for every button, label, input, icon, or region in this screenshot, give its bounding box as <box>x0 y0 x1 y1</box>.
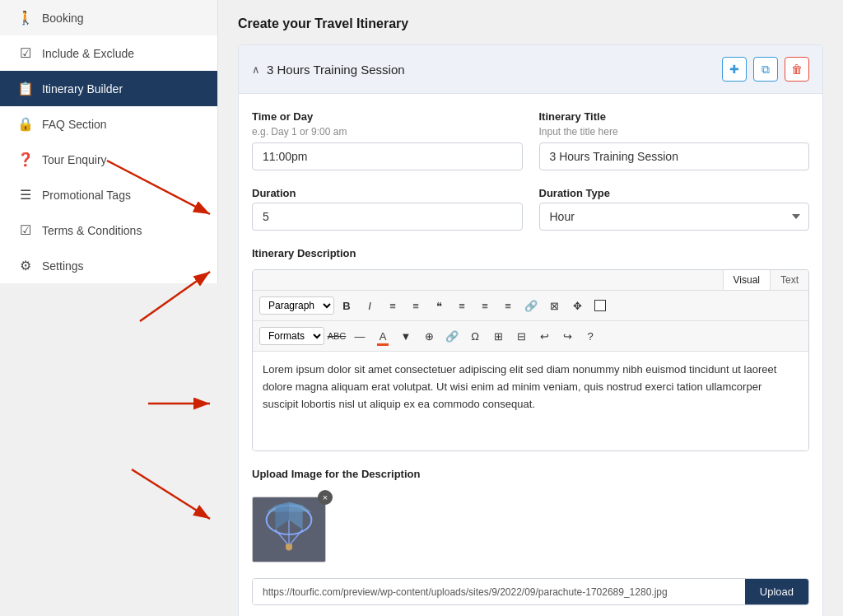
omega-button[interactable]: Ω <box>464 325 486 347</box>
duration-group: Duration <box>252 187 523 231</box>
upload-label: Upload Image for the Description <box>252 468 809 480</box>
svg-line-4 <box>132 469 210 519</box>
time-or-day-label: Time or Day <box>252 110 523 123</box>
link2-button[interactable]: 🔗 <box>441 325 463 347</box>
accordion-body: Time or Day e.g. Day 1 or 9:00 am Itiner… <box>239 94 822 616</box>
itinerary-title-hint: Input the title here <box>539 126 810 138</box>
itinerary-title-group: Itinerary Title Input the title here <box>539 110 810 170</box>
duration-type-group: Duration Type HourHoursDayDaysMinuteMinu… <box>539 187 810 231</box>
time-or-day-group: Time or Day e.g. Day 1 or 9:00 am <box>252 110 523 170</box>
editor-content[interactable]: Lorem ipsum dolor sit amet consectetuer … <box>253 352 808 450</box>
include-exclude-icon: ☑ <box>17 45 34 61</box>
paragraph-select[interactable]: Paragraph <box>259 296 334 315</box>
italic-button[interactable]: I <box>359 295 380 316</box>
time-or-day-hint: e.g. Day 1 or 9:00 am <box>252 126 523 138</box>
editor-tabs: Visual Text <box>253 270 808 291</box>
indent-button[interactable]: ⊞ <box>487 325 509 347</box>
accordion-section: ∧ 3 Hours Training Session ✚ ⧉ 🗑 Time or… <box>238 44 823 616</box>
abc-button[interactable]: ABC <box>326 325 347 347</box>
sidebar-item-settings[interactable]: ⚙Settings <box>0 248 217 283</box>
upload-image-preview <box>252 497 326 562</box>
copy-button[interactable]: ⧉ <box>753 57 778 82</box>
sidebar-item-label: Include & Exclude <box>42 47 134 60</box>
duration-type-select[interactable]: HourHoursDayDaysMinuteMinutes <box>539 203 810 231</box>
sidebar-item-label: Tour Enquiry <box>42 153 107 166</box>
redo-button[interactable]: ↪ <box>557 325 578 347</box>
upload-image-wrapper: × <box>252 497 326 562</box>
page-title: Create your Travel Itinerary <box>238 16 823 31</box>
itinerary-desc-label: Itinerary Description <box>252 247 809 259</box>
undo-button[interactable]: ↩ <box>533 325 555 347</box>
form-row-2: Duration Duration Type HourHoursDayDaysM… <box>252 187 809 231</box>
delete-button[interactable]: 🗑 <box>785 57 809 82</box>
accordion-actions: ✚ ⧉ 🗑 <box>722 57 809 82</box>
duration-label: Duration <box>252 187 523 199</box>
url-bar: Upload <box>252 578 809 605</box>
tab-visual[interactable]: Visual <box>723 270 770 290</box>
sidebar-item-label: FAQ Section <box>42 118 107 131</box>
insert-button[interactable]: ⊕ <box>418 325 440 347</box>
accordion-header[interactable]: ∧ 3 Hours Training Session ✚ ⧉ 🗑 <box>239 45 822 94</box>
url-input[interactable] <box>253 579 745 604</box>
sidebar-item-itinerary-builder[interactable]: 📋Itinerary Builder <box>0 71 217 106</box>
ul-button[interactable]: ≡ <box>382 295 403 316</box>
itinerary-title-input[interactable] <box>539 142 810 170</box>
ol-button[interactable]: ≡ <box>405 295 426 316</box>
sidebar-item-faq-section[interactable]: 🔒FAQ Section <box>0 106 217 142</box>
sidebar-item-label: Itinerary Builder <box>42 82 123 96</box>
itinerary-title-label: Itinerary Title <box>539 110 810 123</box>
upload-section: Upload Image for the Description <box>252 468 809 565</box>
sidebar-item-promotional-tags[interactable]: ☰Promotional Tags <box>0 177 217 212</box>
tab-text[interactable]: Text <box>770 270 808 290</box>
align-center-button[interactable]: ≡ <box>474 295 496 316</box>
duration-input[interactable] <box>252 203 523 231</box>
tour-enquiry-icon: ❓ <box>17 152 34 167</box>
itinerary-builder-icon: 📋 <box>17 81 34 96</box>
sidebar-item-label: Settings <box>42 259 84 273</box>
duration-type-label: Duration Type <box>539 187 810 199</box>
help-button[interactable]: ? <box>580 325 601 347</box>
link-button[interactable]: 🔗 <box>520 295 542 316</box>
terms-conditions-icon: ☑ <box>17 222 34 238</box>
align-right-button[interactable]: ≡ <box>497 295 519 316</box>
time-or-day-input[interactable] <box>252 142 523 170</box>
sidebar-item-booking[interactable]: 🚶Booking <box>0 0 217 35</box>
sidebar-item-include-exclude[interactable]: ☑Include & Exclude <box>0 35 217 71</box>
promotional-tags-icon: ☰ <box>17 187 34 203</box>
bold-button[interactable]: B <box>336 295 357 316</box>
settings-icon: ⚙ <box>17 258 34 273</box>
outdent-button[interactable]: ⊟ <box>510 325 532 347</box>
upload-button[interactable]: Upload <box>745 579 808 604</box>
editor-wrapper: Visual Text Paragraph B I ≡ ≡ ❝ ≡ ≡ ≡ 🔗 <box>252 269 809 451</box>
unlink-button[interactable]: ⊠ <box>543 295 565 316</box>
booking-icon: 🚶 <box>17 10 34 26</box>
text-color-button[interactable]: A <box>372 325 394 347</box>
faq-section-icon: 🔒 <box>17 116 34 132</box>
align-left-button[interactable]: ≡ <box>451 295 473 316</box>
sidebar-item-tour-enquiry[interactable]: ❓Tour Enquiry <box>0 142 217 177</box>
svg-rect-11 <box>286 544 292 549</box>
remove-image-button[interactable]: × <box>318 490 333 505</box>
hr-button[interactable]: — <box>349 325 370 347</box>
fullscreen-button[interactable]: ✥ <box>566 295 588 316</box>
color-picker-button[interactable] <box>589 295 611 316</box>
toolbar-row-2: Formats ABC — A ▼ ⊕ 🔗 Ω ⊞ ⊟ ↩ ↪ ? <box>253 321 808 352</box>
sidebar-item-label: Booking <box>42 12 84 25</box>
sidebar-item-terms-conditions[interactable]: ☑Terms & Conditions <box>0 212 217 248</box>
sidebar-item-label: Promotional Tags <box>42 189 131 202</box>
formats-select[interactable]: Formats <box>259 327 324 345</box>
blockquote-button[interactable]: ❝ <box>428 295 449 316</box>
text-color-arrow[interactable]: ▼ <box>395 325 417 347</box>
move-button[interactable]: ✚ <box>722 57 747 82</box>
chevron-icon: ∧ <box>252 63 260 76</box>
toolbar-row-1: Paragraph B I ≡ ≡ ❝ ≡ ≡ ≡ 🔗 ⊠ ✥ <box>253 291 808 321</box>
accordion-title: ∧ 3 Hours Training Session <box>252 63 405 77</box>
sidebar-item-label: Terms & Conditions <box>42 224 142 237</box>
form-row-1: Time or Day e.g. Day 1 or 9:00 am Itiner… <box>252 110 809 170</box>
